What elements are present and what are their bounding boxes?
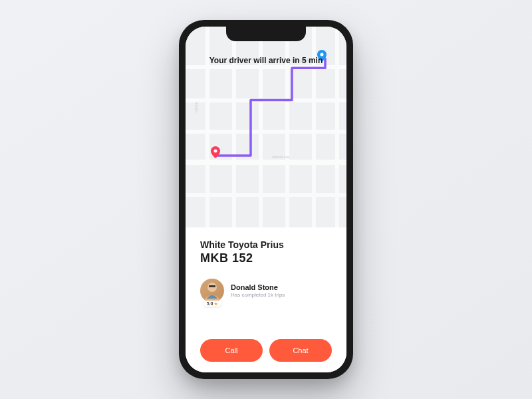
chat-button[interactable]: Chat [269,339,332,362]
rating-value: 5.0 [207,301,213,306]
app-screen: Lafayette Ave Atlantic Ave Clinton Your … [186,27,346,372]
phone-notch [226,27,306,41]
origin-pin-icon [211,146,220,161]
svg-point-1 [214,150,217,153]
call-button[interactable]: Call [200,339,263,362]
arrival-banner: Your driver will arrive in 5 min [209,56,323,65]
svg-rect-3 [209,285,215,287]
car-description: White Toyota Prius [200,239,332,250]
phone-frame: Lafayette Ave Atlantic Ave Clinton Your … [179,20,353,379]
actions-row: Call Chat [200,339,332,362]
driver-name: Donald Stone [231,283,332,291]
driver-subtitle: Has completed 1k trips [231,292,332,298]
map-area[interactable]: Lafayette Ave Atlantic Ave Clinton Your … [186,27,346,227]
driver-row: 5.0 ★ Donald Stone Has completed 1k trip… [200,279,332,303]
driver-avatar[interactable] [200,279,224,303]
rating-badge: 5.0 ★ [203,301,221,307]
bottom-sheet: White Toyota Prius MKB 152 5.0 ★ Donald … [186,227,346,372]
avatar-wrap: 5.0 ★ [200,279,224,303]
star-icon: ★ [214,301,217,306]
driver-info: Donald Stone Has completed 1k trips [231,283,332,298]
license-plate: MKB 152 [200,251,332,265]
